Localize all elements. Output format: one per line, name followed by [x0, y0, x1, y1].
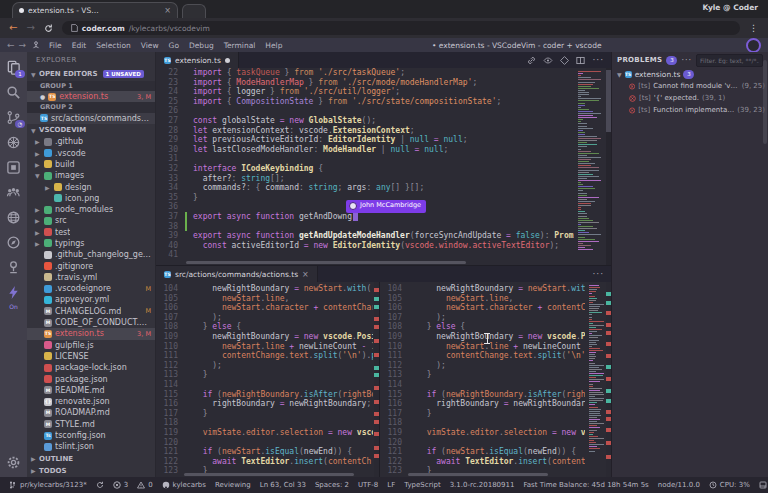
- settings-gear-icon[interactable]: [5, 454, 22, 471]
- menu-item-edit[interactable]: Edit: [67, 41, 92, 50]
- tree-item-build[interactable]: ▶build: [27, 159, 155, 170]
- code-line-28[interactable]: 28let extensionContext: vscode.Extension…: [156, 126, 574, 136]
- tree-item-design[interactable]: ▶design: [27, 181, 155, 192]
- code-line-105[interactable]: 105 newStart.line,: [380, 294, 585, 304]
- tree-item-style-md[interactable]: MSTYLE.md: [27, 419, 155, 430]
- tab-extension-ts[interactable]: TS extension.ts: [156, 52, 239, 68]
- status-item[interactable]: 3.1.0-rc.20180911: [450, 481, 515, 489]
- code-line-32[interactable]: 32interface ICodeKeybinding {: [156, 164, 574, 174]
- code-line-119[interactable]: 119 vimState.editor.selection = new vsco: [380, 428, 585, 438]
- menu-item-terminal[interactable]: Terminal: [219, 41, 261, 50]
- code-line-119[interactable]: 119 vimState.editor.selection = new vsco: [156, 428, 373, 438]
- status-item-branch[interactable]: pr/kylecarbs/3123*: [9, 481, 87, 489]
- code-line-38[interactable]: 38: [156, 222, 574, 232]
- code-line-27[interactable]: 27const globalState = new GlobalState();: [156, 116, 574, 126]
- code-line-107[interactable]: 107 );: [156, 313, 373, 323]
- outline-header[interactable]: ▶ OUTLINE: [27, 452, 155, 464]
- code-line-121[interactable]: 121 if (newStart.isEqual(newEnd)) {: [156, 447, 373, 457]
- code-line-106[interactable]: 106 newStart.character + contentChar: [380, 303, 585, 313]
- tree-item-images[interactable]: ▼images: [27, 170, 155, 181]
- horizontal-scrollbar[interactable]: [184, 473, 354, 476]
- code-line-24[interactable]: 24import { logger } from './src/util/log…: [156, 87, 574, 97]
- tree-item-test[interactable]: ▶test: [27, 227, 155, 238]
- project-header[interactable]: ▼ VSCODEVIM: [27, 124, 155, 136]
- scrollbar-thumb[interactable]: [763, 60, 767, 144]
- tree-item-license[interactable]: LICENSE: [27, 351, 155, 362]
- tree-item--github[interactable]: ▶.github: [27, 136, 155, 147]
- code-line-118[interactable]: 118: [380, 418, 585, 428]
- code-line-23[interactable]: 23import { ModeHandlerMap } from './src/…: [156, 78, 574, 88]
- status-item[interactable]: Reviewing: [215, 481, 251, 489]
- preview-eye-icon[interactable]: [543, 56, 553, 65]
- tree-item-gulpfile-js[interactable]: gulpfile.js: [27, 340, 155, 351]
- code-line-41[interactable]: 41: [156, 250, 574, 260]
- code-line-117[interactable]: 117 }: [380, 409, 585, 419]
- search-icon[interactable]: [5, 84, 22, 101]
- problem-row[interactable]: [ts]Function implementatio...(39, 23): [612, 104, 768, 116]
- code-line-22[interactable]: 22import { taskQueue } from './src/taskQ…: [156, 68, 574, 78]
- code-line-40[interactable]: 40 const activeEditorId = new EditorIden…: [156, 241, 574, 251]
- menu-item-view[interactable]: View: [136, 41, 164, 50]
- collaboration-icon[interactable]: [5, 184, 22, 201]
- code-line-112[interactable]: 112 );: [380, 361, 585, 371]
- open-editor-extension-ts[interactable]: ● TS extension.ts 3, M: [27, 91, 155, 102]
- compass-icon[interactable]: [5, 234, 22, 251]
- power-icon[interactable]: [5, 284, 22, 301]
- code-line-31[interactable]: 31: [156, 154, 574, 164]
- tree-item-roadmap-md[interactable]: MROADMAP.md: [27, 407, 155, 418]
- debug-icon[interactable]: [5, 134, 22, 151]
- tree-item-changelog-md[interactable]: MCHANGELOG.mdM: [27, 306, 155, 317]
- status-item[interactable]: UTF-8: [358, 481, 378, 489]
- organization-icon[interactable]: [5, 259, 22, 276]
- code-line-121[interactable]: 121 if (newStart.isEqual(newEnd)) {: [380, 447, 585, 457]
- code-line-26[interactable]: 26: [156, 106, 574, 116]
- status-item[interactable]: Ln 63, Col 33: [260, 481, 306, 489]
- code-line-37[interactable]: 37John McCambridgeexport async function …: [156, 212, 574, 222]
- minimap[interactable]: [587, 284, 605, 477]
- code-line-118[interactable]: 118: [156, 418, 373, 428]
- status-item-cpu[interactable]: CPU: 3%: [709, 481, 750, 489]
- code-line-111[interactable]: 111 contentChange.text.split('\n').p: [380, 351, 585, 361]
- code-line-105[interactable]: 105 newStart.line,: [156, 294, 373, 304]
- status-item[interactable]: Spaces: 2: [315, 481, 349, 489]
- code-line-107[interactable]: 107 );: [380, 313, 585, 323]
- tree-item-node-modules[interactable]: ▶node_modules: [27, 204, 155, 215]
- tree-item-readme-md[interactable]: MREADME.md: [27, 385, 155, 396]
- code-line-120[interactable]: 120: [380, 438, 585, 448]
- browser-menu-icon[interactable]: ⋮: [749, 23, 759, 33]
- code-line-114[interactable]: 114: [380, 380, 585, 390]
- code-line-116[interactable]: 116 rightBoundary = newRightBoundary;: [156, 399, 373, 409]
- code-line-114[interactable]: 114: [156, 380, 373, 390]
- source-control-icon[interactable]: ◔: [5, 109, 22, 126]
- code-line-104[interactable]: 104 newRightBoundary = newStart.with(: [380, 284, 585, 294]
- problem-row[interactable]: [ts]Cannot find module 'vsco...(9, 25): [612, 80, 768, 92]
- history-forward-icon[interactable]: →: [19, 40, 27, 50]
- menu-item-go[interactable]: Go: [164, 41, 184, 50]
- code-line-116[interactable]: 116 rightBoundary = newRightBoundary;: [380, 399, 585, 409]
- tree-item-src[interactable]: ▶src: [27, 215, 155, 226]
- tree-item--gitignore[interactable]: .gitignore: [27, 260, 155, 271]
- tree-item--vscode[interactable]: ▶.vscode: [27, 147, 155, 158]
- tree-item-tsconfig-json[interactable]: Tstsconfig.json: [27, 430, 155, 441]
- menu-item-file[interactable]: File: [44, 41, 67, 50]
- code-line-113[interactable]: 113 }: [156, 370, 373, 380]
- more-actions-icon[interactable]: ···: [592, 269, 604, 279]
- code-line-120[interactable]: 120: [156, 438, 373, 448]
- extensions-icon[interactable]: [5, 159, 22, 176]
- tree-item-extension-ts[interactable]: TSextension.ts3, M: [27, 328, 155, 339]
- code-line-122[interactable]: 122 await TextEditor.insert(contentCh: [156, 457, 373, 467]
- code-line-113[interactable]: 113 }: [380, 370, 585, 380]
- code-line-115[interactable]: 115 if (newRightBoundary.isAfter(rightBo: [156, 390, 373, 400]
- code-line-108[interactable]: 108 } else {: [380, 322, 585, 332]
- url-bar[interactable]: coder.com/kylecarbs/vscodevim: [62, 21, 740, 35]
- code-line-109[interactable]: 109 newRightBoundary = new vscode.Posi: [156, 332, 373, 342]
- tree-item-tslint-json[interactable]: tslint.json: [27, 441, 155, 452]
- dirty-dot-icon[interactable]: [225, 58, 230, 63]
- code-line-115[interactable]: 115 if (newRightBoundary.isAfter(rightBo: [380, 390, 585, 400]
- todos-header[interactable]: ▶ TODOS: [27, 465, 155, 477]
- tree-item-icon-png[interactable]: icon.png: [27, 193, 155, 204]
- problems-file-row[interactable]: ▼ TS extension.ts 3: [612, 68, 768, 80]
- code-line-108[interactable]: 108 } else {: [156, 322, 373, 332]
- more-actions-icon[interactable]: ···: [681, 56, 692, 65]
- history-back-icon[interactable]: ←: [7, 40, 15, 50]
